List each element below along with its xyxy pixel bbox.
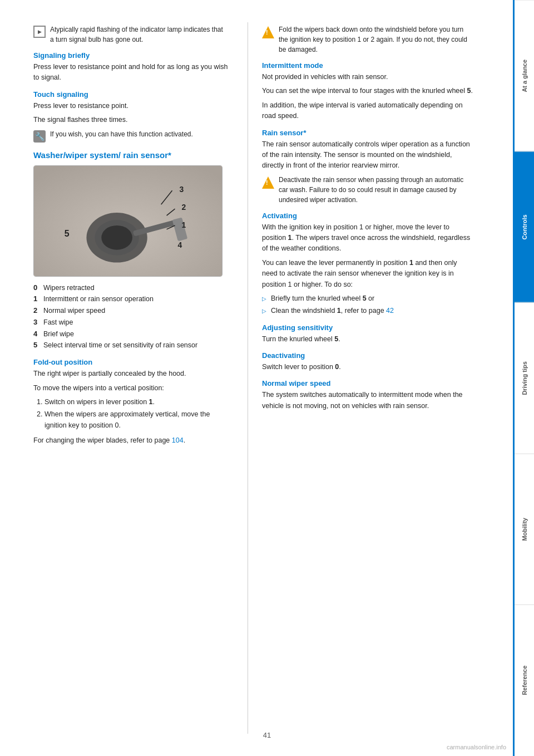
- item-num-1: 1: [33, 293, 43, 305]
- touch-signal-note-text: If you wish, you can have this function …: [50, 129, 193, 139]
- rain-sensor-title: Rain sensor*: [262, 129, 473, 137]
- wiper-svg: 5 3 2 1 4: [34, 165, 222, 277]
- activating-bullet-2: Clean the windshield 1, refer to page 42: [262, 306, 473, 316]
- touch-signaling-title: Touch signaling: [33, 90, 228, 99]
- rain-sensor-warning-icon: [262, 176, 274, 189]
- sidebar-tab-at-a-glance[interactable]: At a glance: [515, 0, 534, 151]
- intermittent-body2: You can set the wipe interval to four st…: [262, 86, 473, 96]
- indicator-note: Atypically rapid flashing of the indicat…: [33, 24, 228, 45]
- sidebar-tab-driving-tips-label: Driving tips: [521, 361, 528, 395]
- fold-out-title: Fold-out position: [33, 358, 228, 366]
- svg-text:2: 2: [181, 203, 186, 212]
- svg-text:3: 3: [179, 185, 184, 194]
- wiper-item-list: 0 Wipers retracted 1 Intermittent or rai…: [33, 282, 228, 352]
- activating-bullet-1: Briefly turn the knurled wheel 5 or: [262, 293, 473, 304]
- fold-out-step-1: Switch on wipers in lever position 1.: [44, 397, 228, 408]
- item-num-4: 4: [33, 328, 43, 340]
- item-label-4: Brief wipe: [43, 328, 74, 340]
- touch-signaling-line2: The signal flashes three times.: [33, 115, 228, 125]
- fold-out-footer: For changing the wiper blades, refer to …: [33, 435, 228, 446]
- signaling-briefly-body: Press lever to resistance point and hold…: [33, 62, 228, 84]
- wiper-item-3: 3 Fast wipe: [33, 317, 228, 328]
- warning-triangle-icon: [262, 26, 274, 38]
- sidebar-tab-mobility-label: Mobility: [521, 518, 528, 541]
- page-104-link[interactable]: 104: [172, 436, 184, 444]
- sidebar-tab-reference-label: Reference: [521, 666, 528, 695]
- sidebar-tab-mobility[interactable]: Mobility: [515, 454, 534, 605]
- item-num-2: 2: [33, 305, 43, 317]
- intermittent-body1: Not provided in vehicles with rain senso…: [262, 72, 473, 82]
- activating-body2: You can leave the lever permanently in p…: [262, 258, 473, 290]
- sidebar-tab-reference[interactable]: Reference: [515, 605, 534, 756]
- fold-warning-text: Fold the wipers back down onto the winds…: [279, 24, 473, 55]
- wiper-item-1: 1 Intermittent or rain sensor operation: [33, 293, 228, 305]
- deactivating-body: Switch lever to position 0.: [262, 362, 473, 372]
- wiper-item-4: 4 Brief wipe: [33, 328, 228, 340]
- wiper-item-5: 5 Select interval time or set sensitivit…: [33, 340, 228, 351]
- fold-out-body1: The right wiper is partially concealed b…: [33, 369, 228, 379]
- item-num-5: 5: [33, 340, 43, 351]
- item-label-2: Normal wiper speed: [43, 305, 105, 316]
- wiper-item-2: 2 Normal wiper speed: [33, 305, 228, 317]
- wiper-item-0: 0 Wipers retracted: [33, 282, 228, 294]
- rain-sensor-body1: The rain sensor automatically controls w…: [262, 139, 473, 171]
- watermark: carmanualsonline.info: [447, 744, 506, 750]
- fold-out-step-2: When the wipers are approximately vertic…: [44, 409, 228, 431]
- normal-wiper-speed-body: The system switches automatically to int…: [262, 390, 473, 411]
- page-42-link[interactable]: 42: [386, 307, 394, 315]
- fold-out-step2-text: When the wipers are approximately vertic…: [44, 410, 210, 429]
- activating-bullets: Briefly turn the knurled wheel 5 or Clea…: [262, 293, 473, 317]
- touch-signaling-line1: Press lever to resistance point.: [33, 101, 228, 111]
- sidebar-tab-controls-label: Controls: [521, 214, 528, 239]
- fold-out-step1-text: Switch on wipers in lever position 1.: [44, 398, 155, 406]
- rain-sensor-warning-box: Deactivate the rain sensor when passing …: [262, 175, 473, 205]
- item-label-0: Wipers retracted: [43, 282, 95, 293]
- fold-warning-box: Fold the wipers back down onto the winds…: [262, 24, 473, 55]
- item-num-3: 3: [33, 317, 43, 328]
- fold-out-steps: Switch on wipers in lever position 1. Wh…: [33, 397, 228, 431]
- sidebar-tab-at-a-glance-label: At a glance: [521, 60, 528, 92]
- play-icon: [33, 26, 46, 38]
- item-label-1: Intermittent or rain sensor operation: [43, 293, 154, 305]
- intermittent-mode-title: Intermittent mode: [262, 61, 473, 70]
- activating-title: Activating: [262, 212, 473, 220]
- sidebar: At a glance Controls Driving tips Mobili…: [513, 0, 534, 756]
- touch-signal-note: 🔧 If you wish, you can have this functio…: [33, 129, 228, 143]
- sidebar-tab-controls[interactable]: Controls: [515, 151, 534, 303]
- sidebar-tab-driving-tips[interactable]: Driving tips: [515, 302, 534, 454]
- person-icon: 🔧: [33, 130, 46, 143]
- fold-out-body2: To move the wipers into a vertical posit…: [33, 383, 228, 394]
- indicator-note-text: Atypically rapid flashing of the indicat…: [50, 24, 228, 45]
- signaling-briefly-title: Signaling briefly: [33, 51, 228, 60]
- item-label-5: Select interval time or set sensitivity …: [43, 340, 197, 351]
- washer-wiper-title: Washer/wiper system/ rain sensor*: [33, 150, 228, 160]
- wiper-diagram-bg: 5 3 2 1 4: [34, 166, 222, 276]
- wiper-diagram: 5 3 2 1 4: [33, 165, 222, 277]
- column-divider: [248, 22, 248, 734]
- activating-body1: With the ignition key in position 1 or h…: [262, 222, 473, 254]
- intermittent-body3: In addition, the wipe interval is varied…: [262, 100, 473, 122]
- item-num-0: 0: [33, 282, 43, 294]
- rain-sensor-warning-text: Deactivate the rain sensor when passing …: [279, 175, 473, 205]
- svg-text:5: 5: [65, 228, 70, 238]
- adjusting-title: Adjusting sensitivity: [262, 323, 473, 332]
- item-label-3: Fast wipe: [43, 317, 73, 328]
- page-number: 41: [263, 731, 271, 739]
- normal-wiper-speed-title: Normal wiper speed: [262, 379, 473, 387]
- deactivating-title: Deactivating: [262, 351, 473, 360]
- svg-point-3: [101, 225, 132, 249]
- svg-text:4: 4: [177, 240, 182, 249]
- adjusting-body: Turn the knurled wheel 5.: [262, 334, 473, 345]
- svg-text:1: 1: [181, 220, 186, 229]
